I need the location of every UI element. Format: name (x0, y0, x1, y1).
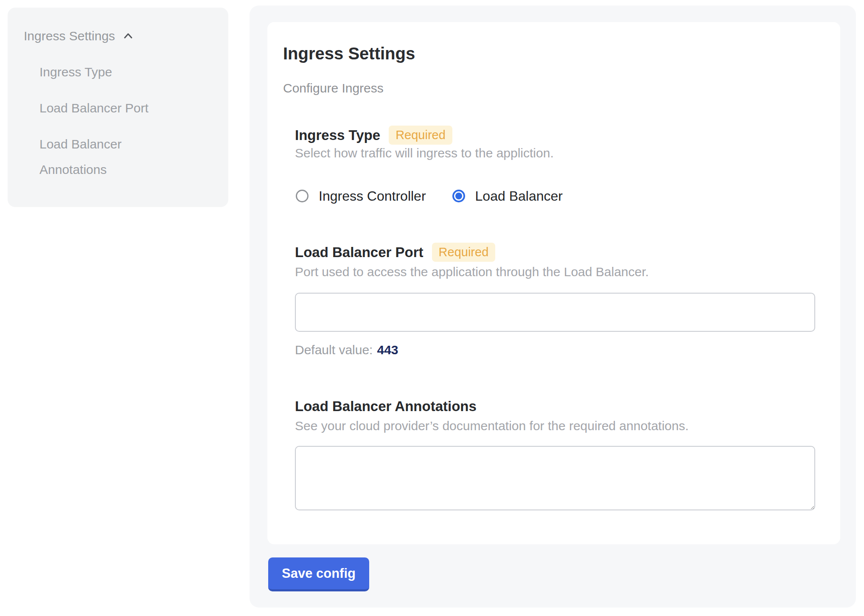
lb-port-input[interactable] (295, 293, 815, 332)
sidebar-item-load-balancer-port[interactable]: Load Balancer Port (39, 95, 186, 121)
required-badge: Required (389, 126, 452, 145)
page-root: Ingress Settings Ingress Type Load Balan… (0, 0, 864, 616)
radio-option-ingress-controller[interactable]: Ingress Controller (296, 189, 426, 203)
default-value-number: 443 (377, 343, 398, 357)
ingress-settings-card: Ingress Settings Configure Ingress Ingre… (267, 22, 840, 544)
lb-port-default-row: Default value:443 (295, 342, 398, 358)
sidebar-item-load-balancer-annotations[interactable]: Load Balancer Annotations (39, 132, 186, 182)
ingress-type-radio-group: Ingress Controller Load Balancer (296, 189, 563, 203)
radio-unselected-icon[interactable] (296, 190, 309, 202)
ingress-type-description: Select how traffic will ingress to the a… (295, 145, 554, 161)
ingress-type-label: Ingress Type (295, 126, 380, 145)
lb-annotations-description: See your cloud provider’s documentation … (295, 418, 689, 434)
settings-panel: Ingress Settings Configure Ingress Ingre… (250, 6, 856, 608)
page-subtitle: Configure Ingress (283, 81, 384, 96)
lb-annotations-label: Load Balancer Annotations (295, 397, 477, 416)
sidebar-item-ingress-type[interactable]: Ingress Type (39, 59, 186, 85)
radio-label-ingress-controller: Ingress Controller (319, 189, 426, 203)
required-badge: Required (432, 243, 496, 262)
lb-port-label-row: Load Balancer Port Required (295, 243, 495, 262)
sidebar-item-list: Ingress Type Load Balancer Port Load Bal… (39, 59, 186, 182)
sidebar-group-ingress-settings[interactable]: Ingress Settings (24, 28, 135, 44)
radio-option-load-balancer[interactable]: Load Balancer (452, 189, 563, 203)
lb-port-description: Port used to access the application thro… (295, 264, 649, 280)
lb-annotations-label-row: Load Balancer Annotations (295, 397, 477, 416)
chevron-up-icon (122, 30, 135, 42)
ingress-type-label-row: Ingress Type Required (295, 126, 452, 145)
default-value-label: Default value: (295, 343, 373, 357)
page-title: Ingress Settings (283, 42, 415, 64)
lb-annotations-textarea[interactable] (295, 446, 815, 510)
save-config-button[interactable]: Save config (268, 557, 369, 591)
lb-port-label: Load Balancer Port (295, 243, 424, 262)
sidebar-group-label: Ingress Settings (24, 28, 115, 44)
settings-sidebar: Ingress Settings Ingress Type Load Balan… (8, 8, 228, 207)
radio-label-load-balancer: Load Balancer (475, 189, 563, 203)
radio-selected-icon[interactable] (452, 190, 465, 202)
